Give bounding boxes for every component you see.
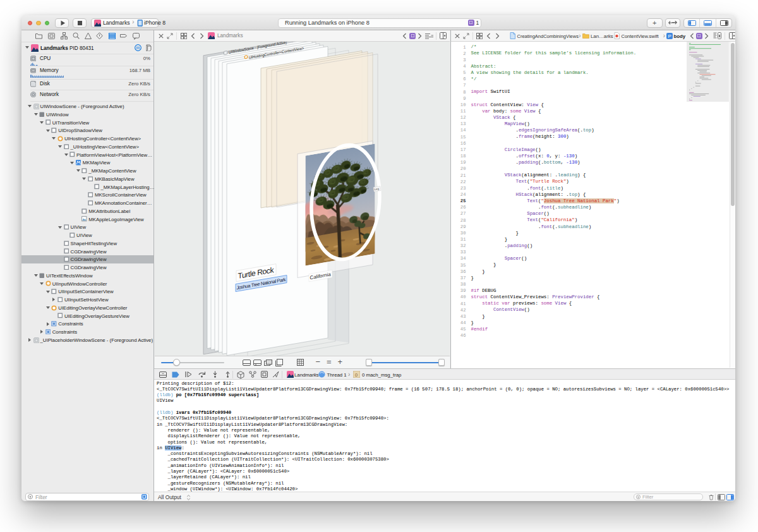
svg-text:P: P [668,33,671,39]
svg-text:0: 0 [355,372,358,378]
